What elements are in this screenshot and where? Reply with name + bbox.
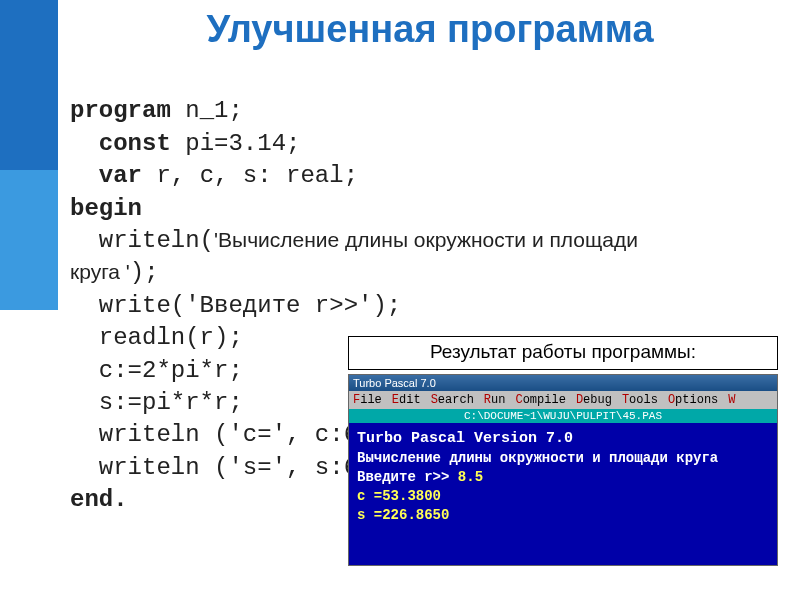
- menu-debug[interactable]: Debug: [576, 393, 612, 407]
- turbo-output: Turbo Pascal Version 7.0 Вычисление длин…: [349, 423, 777, 531]
- menu-tools[interactable]: Tools: [622, 393, 658, 407]
- turbo-input-value: 8.5: [458, 469, 483, 485]
- code-text: writeln(: [70, 227, 214, 254]
- turbo-titlebar: Turbo Pascal 7.0: [349, 375, 777, 391]
- result-label-panel: Результат работы программы:: [348, 336, 778, 370]
- code-text: writeln ('s=', s:6:: [70, 454, 372, 481]
- menu-edit[interactable]: Edit: [392, 393, 421, 407]
- code-keyword: begin: [70, 195, 142, 222]
- code-keyword: const: [70, 130, 171, 157]
- code-keyword: end.: [70, 486, 128, 513]
- result-label: Результат работы программы:: [349, 337, 777, 369]
- turbo-output-line: Вычисление длины окружности и площади кр…: [357, 449, 769, 468]
- code-keyword: program: [70, 97, 171, 124]
- code-text: n_1;: [171, 97, 243, 124]
- turbo-output-line: c =53.3800: [357, 487, 769, 506]
- menu-file[interactable]: File: [353, 393, 382, 407]
- turbo-path: C:\DOCUME~1\WUJU\PULPIT\45.PAS: [349, 409, 777, 423]
- menu-window[interactable]: W: [728, 393, 735, 407]
- code-keyword: var: [70, 162, 142, 189]
- menu-run[interactable]: Run: [484, 393, 506, 407]
- code-text: );: [130, 259, 159, 286]
- code-text: r, c, s: real;: [142, 162, 358, 189]
- code-text: writeln ('c=', c:6:: [70, 421, 372, 448]
- code-string: круга ': [70, 260, 130, 283]
- turbo-menu-bar: File Edit Search Run Compile Debug Tools…: [349, 391, 777, 409]
- menu-search[interactable]: Search: [431, 393, 474, 407]
- menu-compile[interactable]: Compile: [515, 393, 565, 407]
- turbo-prompt: Введите r>>: [357, 469, 458, 485]
- code-text: pi=3.14;: [171, 130, 301, 157]
- code-text: write('Введите r>>');: [70, 292, 401, 319]
- decorative-sidebar: [0, 0, 58, 600]
- code-text: s:=pi*r*r;: [70, 389, 243, 416]
- code-text: c:=2*pi*r;: [70, 357, 243, 384]
- menu-options[interactable]: Options: [668, 393, 718, 407]
- turbo-output-line: s =226.8650: [357, 506, 769, 525]
- turbo-pascal-window: Turbo Pascal 7.0 File Edit Search Run Co…: [348, 374, 778, 566]
- code-text: readln(r);: [70, 324, 243, 351]
- turbo-prompt-line: Введите r>> 8.5: [357, 468, 769, 487]
- slide-title: Улучшенная программа: [70, 8, 790, 51]
- turbo-version: Turbo Pascal Version 7.0: [357, 429, 769, 449]
- code-string: 'Вычисление длины окружности и площади: [214, 228, 638, 251]
